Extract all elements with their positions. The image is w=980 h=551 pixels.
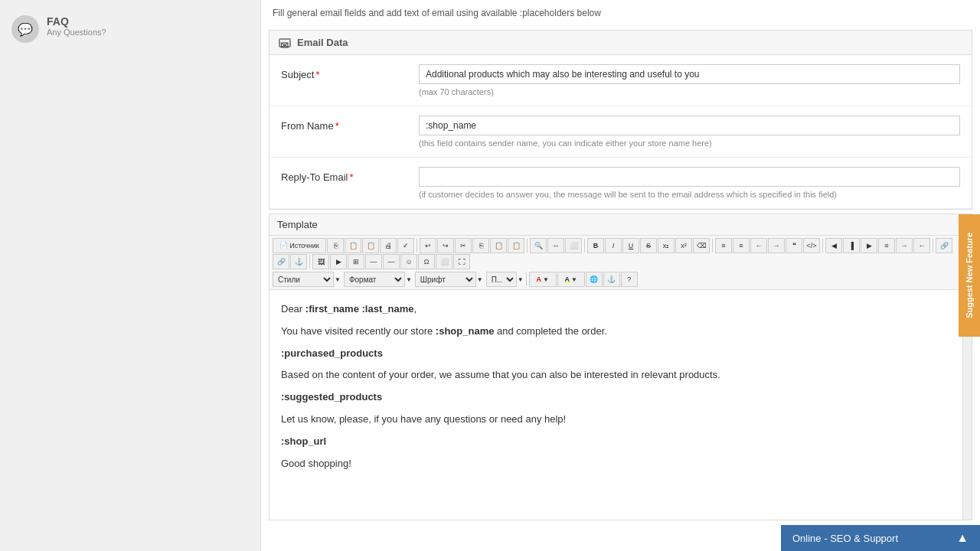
tb-flash-btn[interactable]: ▶: [330, 254, 347, 269]
tb-paste2-btn[interactable]: 📋: [362, 238, 379, 253]
editor-area[interactable]: Dear :first_name :last_name, You have vi…: [270, 290, 972, 520]
tb-select-btn[interactable]: ⬜: [565, 238, 582, 253]
source-button[interactable]: 📄 Источник: [273, 238, 326, 253]
editor-wrapper: Dear :first_name :last_name, You have vi…: [270, 290, 972, 520]
tb-pb-btn[interactable]: —: [383, 254, 400, 269]
tb-strike-btn[interactable]: S: [640, 238, 657, 253]
tb-ltr-btn[interactable]: →: [896, 238, 913, 253]
reply-to-input[interactable]: [419, 167, 960, 187]
tb-bold-btn[interactable]: B: [587, 238, 604, 253]
faq-section[interactable]: 💬 FAQ Any Questions?: [0, 8, 253, 51]
from-name-input[interactable]: [419, 116, 960, 135]
tb-outdent-btn[interactable]: ←: [750, 238, 767, 253]
online-support-bar[interactable]: Online - SEO & Support ▲: [781, 525, 980, 551]
editor-line-6: Let us know, please, if you have any que…: [281, 412, 960, 428]
tb-undo-btn[interactable]: ↩: [420, 238, 436, 253]
tb-unlink-btn[interactable]: 🔗: [273, 254, 289, 269]
reply-to-field-group: (if customer decides to answer you, the …: [419, 167, 960, 199]
online-support-close[interactable]: ▲: [956, 531, 969, 545]
editor-line-8: Good shopping!: [281, 456, 960, 472]
from-name-hint: (this field contains sender name, you ca…: [419, 139, 960, 148]
format-arrow-icon: ▼: [406, 276, 412, 283]
sep1: [416, 239, 417, 253]
tb-ol-btn[interactable]: ≡: [733, 238, 750, 253]
content-area: Fill general email fields and add text o…: [260, 0, 980, 551]
tb-copy2-btn[interactable]: ⎘: [472, 238, 489, 253]
subject-input[interactable]: [419, 64, 960, 84]
tb-link-btn[interactable]: 🔗: [936, 238, 952, 253]
tb-paste3-btn[interactable]: 📋: [490, 238, 507, 253]
tb-eraser-btn[interactable]: ⌫: [693, 238, 710, 253]
tb-center-btn[interactable]: ▐: [843, 238, 860, 253]
tb-sup-btn[interactable]: x²: [675, 238, 692, 253]
styles-select[interactable]: Стили: [273, 272, 334, 287]
tb-rtl-btn[interactable]: ←: [913, 238, 930, 253]
tb-bq-btn[interactable]: ❝: [786, 238, 802, 253]
tb-ul-btn[interactable]: ≡: [715, 238, 732, 253]
tb-replace-btn[interactable]: ↔: [547, 238, 564, 253]
reply-to-label: Reply-To Email*: [281, 167, 403, 183]
from-name-field-group: (this field contains sender name, you ca…: [419, 116, 960, 148]
tb-copy-btn[interactable]: ⎘: [327, 238, 344, 253]
placeholder-first-name: :first_name: [305, 303, 359, 315]
tb-right-btn[interactable]: ▶: [861, 238, 877, 253]
tb-help-btn[interactable]: ?: [621, 272, 638, 287]
subject-field-group: (max 70 characters): [419, 64, 960, 96]
editor-line-3: :purchased_products: [281, 346, 960, 362]
editor-line-4: Based on the content of your order, we a…: [281, 367, 960, 383]
tb-special-btn[interactable]: Ω: [418, 254, 435, 269]
faq-title: FAQ: [47, 15, 106, 28]
tb-anchor2-btn[interactable]: ⚓: [603, 272, 620, 287]
editor-toolbar: 📄 Источник ⎘ 📋 📋 🖨 ✓ ↩ ↪ ✂ ⎘ 📋 📋: [270, 236, 972, 290]
suggest-feature-label: Suggest New Feature: [965, 233, 974, 318]
font-select[interactable]: Шрифт: [415, 272, 476, 287]
tb-iframe-btn[interactable]: ⬜: [436, 254, 452, 269]
subject-label: Subject*: [281, 64, 403, 80]
tb-cut-btn[interactable]: ✂: [455, 238, 472, 253]
editor-line-5: :suggested_products: [281, 390, 960, 406]
tb-pre-btn[interactable]: </>: [803, 238, 820, 253]
tb-hr-btn[interactable]: —: [365, 254, 382, 269]
toolbar-row-1: 📄 Источник ⎘ 📋 📋 🖨 ✓ ↩ ↪ ✂ ⎘ 📋 📋: [273, 238, 969, 269]
from-name-row: From Name* (this field contains sender n…: [270, 106, 972, 158]
sep7: [309, 255, 310, 269]
tb-maximize-btn[interactable]: ⛶: [453, 254, 470, 269]
tb-spellcheck-btn[interactable]: ✓: [397, 238, 414, 253]
suggest-feature-button[interactable]: Suggest New Feature: [959, 214, 980, 337]
from-required: *: [335, 120, 339, 132]
tb-paste-btn[interactable]: 📋: [345, 238, 361, 253]
reply-to-row: Reply-To Email* (if customer decides to …: [270, 158, 972, 209]
subject-hint: (max 70 characters): [419, 87, 960, 96]
subject-row: Subject* (max 70 characters): [270, 55, 972, 106]
tb-redo-btn[interactable]: ↪: [437, 238, 454, 253]
tb-smilies-btn[interactable]: ☺: [400, 254, 417, 269]
tb-image-btn[interactable]: 🖼: [312, 254, 329, 269]
placeholder-suggested-products: :suggested_products: [281, 391, 382, 403]
placeholder-purchased-products: :purchased_products: [281, 347, 383, 359]
tb-left-btn[interactable]: ◀: [825, 238, 842, 253]
tb-paste4-btn[interactable]: 📋: [508, 238, 524, 253]
sep8: [526, 272, 527, 286]
size-select[interactable]: П...: [486, 272, 517, 287]
tb-italic-btn[interactable]: I: [605, 238, 622, 253]
tb-table-btn[interactable]: ⊞: [348, 254, 364, 269]
tb-print-btn[interactable]: 🖨: [380, 238, 397, 253]
tb-justify-btn[interactable]: ≡: [878, 238, 895, 253]
instructions-text: Fill general email fields and add text o…: [261, 0, 980, 26]
tb-sub-btn[interactable]: x₂: [658, 238, 675, 253]
format-select[interactable]: Формат: [344, 272, 405, 287]
tb-indent-btn[interactable]: →: [768, 238, 785, 253]
source-icon: 📄: [279, 242, 288, 249]
tb-find-btn[interactable]: 🔍: [530, 238, 547, 253]
styles-arrow-icon: ▼: [335, 276, 341, 283]
text-color-btn[interactable]: A ▼: [529, 272, 557, 287]
tb-anchor-btn[interactable]: ⚓: [290, 254, 307, 269]
reply-required: *: [349, 171, 353, 183]
tb-underline-btn[interactable]: U: [622, 238, 639, 253]
faq-subtitle: Any Questions?: [47, 28, 106, 37]
from-name-label: From Name*: [281, 116, 403, 132]
bgcolor-arrow-icon: ▼: [571, 276, 577, 283]
bg-color-btn[interactable]: A ▼: [557, 272, 585, 287]
bgcolor-a-icon: A: [564, 276, 570, 283]
tb-globe-btn[interactable]: 🌐: [586, 272, 603, 287]
